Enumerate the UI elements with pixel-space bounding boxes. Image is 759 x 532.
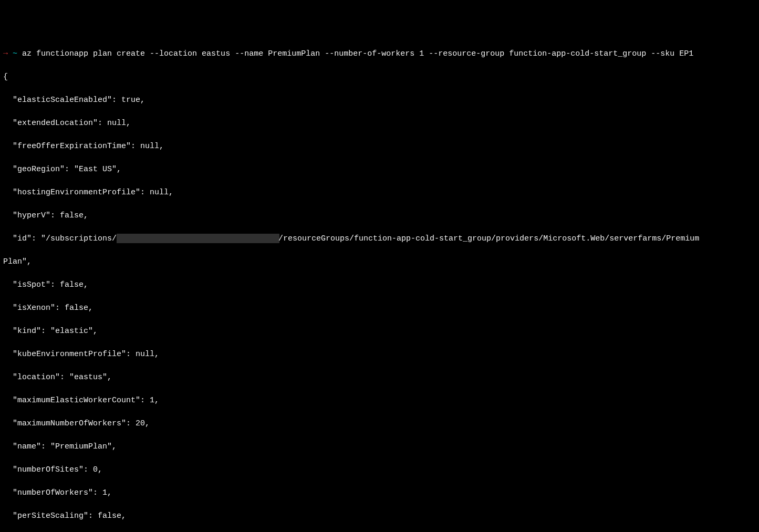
- id-suffix: /resourceGroups/function-app-cold-start_…: [278, 234, 699, 243]
- json-field-location: "location": "eastus",: [3, 372, 756, 383]
- json-field-maximumElasticWorkerCount: "maximumElasticWorkerCount": 1,: [3, 395, 756, 406]
- redacted-subscription-id: [117, 234, 279, 243]
- json-field-kind: "kind": "elastic",: [3, 326, 756, 337]
- json-field-elasticScaleEnabled: "elasticScaleEnabled": true,: [3, 95, 756, 106]
- json-field-extendedLocation: "extendedLocation": null,: [3, 118, 756, 129]
- json-field-maximumNumberOfWorkers: "maximumNumberOfWorkers": 20,: [3, 418, 756, 430]
- id-prefix: "id": "/subscriptions/: [3, 234, 117, 243]
- command-text: az functionapp plan create --location ea…: [22, 49, 693, 58]
- json-field-name: "name": "PremiumPlan",: [3, 441, 756, 453]
- json-field-numberOfSites: "numberOfSites": 0,: [3, 464, 756, 476]
- json-field-isSpot: "isSpot": false,: [3, 279, 756, 291]
- json-field-isXenon: "isXenon": false,: [3, 302, 756, 314]
- json-field-kubeEnvironmentProfile: "kubeEnvironmentProfile": null,: [3, 349, 756, 360]
- json-field-freeOfferExpirationTime: "freeOfferExpirationTime": null,: [3, 141, 756, 152]
- json-open-brace: {: [3, 71, 756, 83]
- json-field-hyperV: "hyperV": false,: [3, 210, 756, 222]
- prompt-tilde: ~: [13, 49, 17, 58]
- json-field-id: "id": "/subscriptions//resourceGroups/fu…: [3, 233, 756, 245]
- json-field-hostingEnvironmentProfile: "hostingEnvironmentProfile": null,: [3, 187, 756, 199]
- json-field-numberOfWorkers: "numberOfWorkers": 1,: [3, 487, 756, 499]
- json-field-id-wrap: Plan",: [3, 256, 756, 268]
- json-field-perSiteScaling: "perSiteScaling": false,: [3, 510, 756, 522]
- prompt-arrow-icon: →: [3, 49, 8, 58]
- command-prompt-line[interactable]: → ~ az functionapp plan create --locatio…: [3, 48, 756, 60]
- json-field-geoRegion: "geoRegion": "East US",: [3, 164, 756, 175]
